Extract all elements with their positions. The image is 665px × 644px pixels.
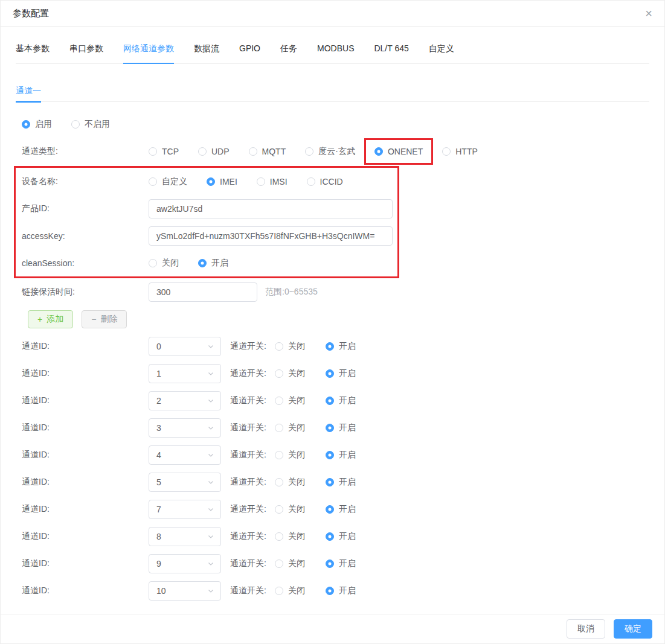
tab-tasks[interactable]: 任务 (280, 43, 297, 63)
tab-network-channel-params[interactable]: 网络通道参数 (123, 43, 174, 64)
channel-row-6: 通道ID: 7 通道开关: 关闭 开启 (16, 496, 649, 523)
radio-channel-on[interactable]: 开启 (326, 558, 356, 569)
tab-gpio[interactable]: GPIO (239, 43, 260, 63)
radio-disable[interactable]: 不启用 (71, 119, 110, 130)
radio-channel-on[interactable]: 开启 (326, 368, 356, 379)
radio-imsi[interactable]: IMSI (257, 177, 288, 187)
radio-channel-off[interactable]: 关闭 (275, 585, 305, 596)
select-value: 3 (156, 423, 161, 433)
channel-type-row: 通道类型: TCP UDP MQTT 度云·玄武 (16, 138, 649, 165)
keepalive-label: 链接保活时间: (22, 287, 149, 298)
radio-tcp[interactable]: TCP (149, 147, 179, 156)
radio-label: 开启 (339, 395, 356, 406)
radio-label: 关闭 (288, 477, 305, 488)
radio-channel-off[interactable]: 关闭 (275, 368, 305, 379)
radio-channel-on[interactable]: 开启 (326, 450, 356, 461)
radio-label: IMSI (270, 177, 288, 187)
channel-type-label: 通道类型: (22, 146, 149, 157)
radio-channel-on[interactable]: 开启 (326, 477, 356, 488)
parameter-config-dialog: 参数配置 × 基本参数 串口参数 网络通道参数 数据流 GPIO 任务 MODB… (0, 0, 665, 644)
radio-channel-off[interactable]: 关闭 (275, 341, 305, 352)
delete-channel-button[interactable]: − 删除 (82, 310, 127, 328)
product-id-input[interactable] (149, 199, 393, 218)
keepalive-input[interactable] (149, 282, 257, 302)
channel-id-select[interactable]: 2 (149, 391, 221, 410)
tab-bar: 基本参数 串口参数 网络通道参数 数据流 GPIO 任务 MODBUS DL/T… (16, 27, 649, 64)
keepalive-row: 链接保活时间: 范围:0~65535 (16, 278, 649, 305)
confirm-button[interactable]: 确定 (614, 619, 652, 639)
enable-row: 启用 不启用 (16, 110, 649, 138)
radio-dot-icon (442, 147, 451, 156)
radio-imei[interactable]: IMEI (207, 177, 237, 187)
radio-label: 开启 (339, 531, 356, 542)
channel-switch-label: 通道开关: (230, 477, 266, 488)
radio-dot-icon (326, 451, 334, 459)
channel-row-1: 通道ID: 1 通道开关: 关闭 开启 (16, 360, 649, 387)
channel-id-select[interactable]: 10 (149, 581, 221, 601)
radio-channel-off[interactable]: 关闭 (275, 504, 305, 515)
radio-duyun-xuanwu[interactable]: 度云·玄武 (305, 146, 355, 157)
channel-switch-label: 通道开关: (230, 531, 266, 542)
channel-id-select[interactable]: 9 (149, 554, 221, 573)
select-value: 7 (156, 505, 161, 514)
cancel-button[interactable]: 取消 (567, 619, 605, 639)
channel-row-7: 通道ID: 8 通道开关: 关闭 开启 (16, 523, 649, 550)
channel-id-select[interactable]: 5 (149, 473, 221, 492)
radio-mqtt[interactable]: MQTT (249, 147, 286, 156)
channel-switch-label: 通道开关: (230, 341, 266, 352)
channel-switch-label: 通道开关: (230, 504, 266, 515)
tab-basic-params[interactable]: 基本参数 (16, 43, 50, 63)
radio-onenet[interactable]: ONENET (374, 147, 423, 156)
radio-udp[interactable]: UDP (198, 147, 230, 156)
tab-modbus[interactable]: MODBUS (317, 43, 354, 63)
channel-id-select[interactable]: 1 (149, 364, 221, 383)
radio-channel-on[interactable]: 开启 (326, 531, 356, 542)
channel-row-8: 通道ID: 9 通道开关: 关闭 开启 (16, 550, 649, 577)
radio-channel-on[interactable]: 开启 (326, 585, 356, 596)
radio-label: 关闭 (288, 368, 305, 379)
radio-enable[interactable]: 启用 (22, 119, 52, 130)
product-id-label: 产品ID: (22, 203, 149, 214)
radio-clean-session-off[interactable]: 关闭 (149, 258, 179, 269)
access-key-row: accessKey: (16, 222, 397, 249)
radio-channel-on[interactable]: 开启 (326, 504, 356, 515)
channel-id-select[interactable]: 0 (149, 337, 221, 356)
radio-channel-off[interactable]: 关闭 (275, 395, 305, 406)
radio-clean-session-on[interactable]: 开启 (198, 258, 228, 269)
add-channel-button[interactable]: + 添加 (28, 310, 73, 328)
tab-data-stream[interactable]: 数据流 (194, 43, 219, 63)
radio-label: 开启 (339, 585, 356, 596)
channel-id-select[interactable]: 8 (149, 527, 221, 546)
chevron-down-icon (207, 506, 214, 513)
radio-channel-on[interactable]: 开启 (326, 395, 356, 406)
radio-custom-name[interactable]: 自定义 (149, 176, 187, 187)
radio-label: 开启 (339, 558, 356, 569)
radio-dot-icon (207, 177, 215, 186)
radio-channel-off[interactable]: 关闭 (275, 558, 305, 569)
radio-channel-off[interactable]: 关闭 (275, 450, 305, 461)
tab-custom[interactable]: 自定义 (429, 43, 454, 63)
channel-id-select[interactable]: 7 (149, 500, 221, 519)
radio-channel-off[interactable]: 关闭 (275, 422, 305, 433)
channel-id-select[interactable]: 3 (149, 418, 221, 438)
radio-channel-on[interactable]: 开启 (326, 341, 356, 352)
radio-label: 关闭 (288, 395, 305, 406)
radio-channel-off[interactable]: 关闭 (275, 477, 305, 488)
radio-channel-on[interactable]: 开启 (326, 422, 356, 433)
radio-dot-icon (275, 451, 283, 459)
radio-http[interactable]: HTTP (442, 147, 478, 156)
radio-label: ICCID (320, 177, 343, 187)
close-icon[interactable]: × (645, 7, 652, 19)
radio-dot-icon (257, 177, 265, 186)
tab-channel-1[interactable]: 通道一 (16, 86, 41, 103)
channel-id-select[interactable]: 4 (149, 445, 221, 465)
tab-serial-params[interactable]: 串口参数 (69, 43, 103, 63)
radio-iccid[interactable]: ICCID (307, 177, 343, 187)
tab-dlt645[interactable]: DL/T 645 (374, 43, 408, 63)
radio-channel-off[interactable]: 关闭 (275, 531, 305, 542)
dialog-title: 参数配置 (13, 8, 49, 19)
radio-label: 度云·玄武 (318, 146, 355, 157)
access-key-input[interactable] (149, 226, 393, 246)
highlight-box-device-section: 设备名称: 自定义 IMEI IMSI (14, 166, 399, 278)
channel-switch-label: 通道开关: (230, 368, 266, 379)
